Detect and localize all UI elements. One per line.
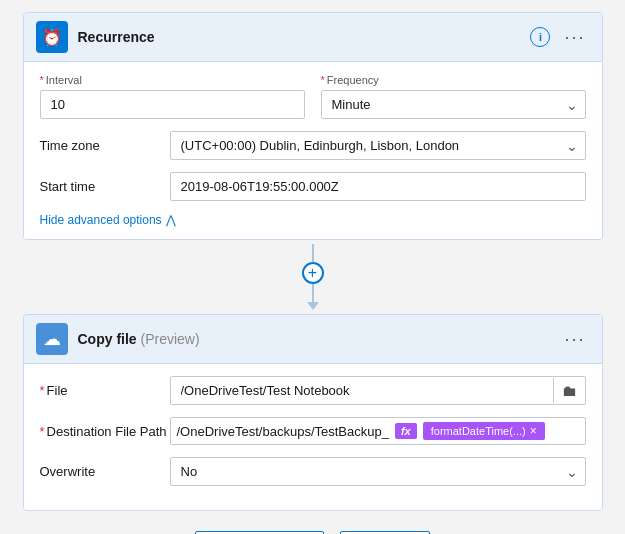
frequency-group: *Frequency Minute Hour Day Week Month ⌄ — [321, 74, 586, 119]
timezone-row: Time zone (UTC+00:00) Dublin, Edinburgh,… — [40, 131, 586, 160]
copy-file-body: *File 🖿 *Destination File Path /OneDrive… — [24, 364, 602, 510]
recurrence-title: Recurrence — [78, 29, 521, 45]
recurrence-header: ⏰ Recurrence i ··· — [24, 13, 602, 62]
file-input[interactable] — [171, 377, 553, 404]
timezone-input-col: (UTC+00:00) Dublin, Edinburgh, Lisbon, L… — [170, 131, 586, 160]
copy-file-header: ☁ Copy file (Preview) ··· — [24, 315, 602, 364]
fx-icon: fx — [395, 423, 417, 439]
file-label: *File — [40, 383, 170, 398]
file-input-col: 🖿 — [170, 376, 586, 405]
timezone-select-wrapper: (UTC+00:00) Dublin, Edinburgh, Lisbon, L… — [170, 131, 586, 160]
overwrite-label: Overwrite — [40, 464, 170, 479]
recurrence-card: ⏰ Recurrence i ··· *Interval *Frequency — [23, 12, 603, 240]
overwrite-input-col: No Yes ⌄ — [170, 457, 586, 486]
copy-file-title: Copy file (Preview) — [78, 331, 551, 347]
copy-file-more-button[interactable]: ··· — [560, 328, 589, 350]
caret-up-icon: ⋀ — [166, 213, 176, 227]
timezone-label: Time zone — [40, 138, 170, 153]
hide-advanced-button[interactable]: Hide advanced options ⋀ — [40, 213, 586, 227]
copy-file-card: ☁ Copy file (Preview) ··· *File 🖿 * — [23, 314, 603, 511]
more-options-button[interactable]: ··· — [560, 26, 589, 48]
starttime-label: Start time — [40, 179, 170, 194]
recurrence-icon: ⏰ — [36, 21, 68, 53]
recurrence-body: *Interval *Frequency Minute Hour Day Wee… — [24, 62, 602, 239]
interval-frequency-row: *Interval *Frequency Minute Hour Day Wee… — [40, 74, 586, 119]
overwrite-select[interactable]: No Yes — [170, 457, 586, 486]
destination-input-row[interactable]: /OneDriveTest/backups/TestBackup_ fx for… — [170, 417, 586, 445]
timezone-select[interactable]: (UTC+00:00) Dublin, Edinburgh, Lisbon, L… — [170, 131, 586, 160]
dest-label: *Destination File Path — [40, 424, 170, 439]
info-button[interactable]: i — [530, 27, 550, 47]
starttime-input-col — [170, 172, 586, 201]
overwrite-select-wrapper: No Yes ⌄ — [170, 457, 586, 486]
dest-input-col: /OneDriveTest/backups/TestBackup_ fx for… — [170, 417, 586, 445]
interval-label: *Interval — [40, 74, 305, 86]
format-datetime-badge: formatDateTime(...) × — [423, 422, 545, 440]
frequency-label: *Frequency — [321, 74, 586, 86]
connector-line-bottom — [312, 284, 314, 302]
connector: + — [302, 244, 324, 310]
copy-file-icon: ☁ — [36, 323, 68, 355]
interval-input[interactable] — [40, 90, 305, 119]
recurrence-actions: i ··· — [530, 26, 589, 48]
overwrite-row: Overwrite No Yes ⌄ — [40, 457, 586, 486]
connector-arrow — [307, 302, 319, 310]
frequency-select-wrapper: Minute Hour Day Week Month ⌄ — [321, 90, 586, 119]
remove-format-button[interactable]: × — [530, 424, 537, 438]
dest-row: *Destination File Path /OneDriveTest/bac… — [40, 417, 586, 445]
starttime-row: Start time — [40, 172, 586, 201]
folder-icon[interactable]: 🖿 — [553, 378, 585, 403]
file-row: *File 🖿 — [40, 376, 586, 405]
copy-file-actions: ··· — [560, 328, 589, 350]
add-step-button[interactable]: + — [302, 262, 324, 284]
frequency-select[interactable]: Minute Hour Day Week Month — [321, 90, 586, 119]
dest-text: /OneDriveTest/backups/TestBackup_ — [177, 424, 389, 439]
file-input-row: 🖿 — [170, 376, 586, 405]
starttime-input[interactable] — [170, 172, 586, 201]
interval-group: *Interval — [40, 74, 305, 119]
connector-line-top — [312, 244, 314, 262]
